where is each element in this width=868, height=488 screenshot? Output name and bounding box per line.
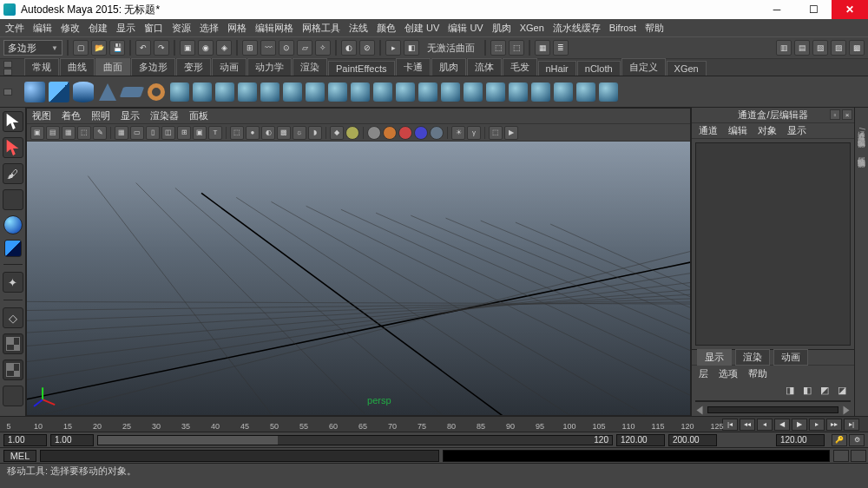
toggle-d-icon[interactable]: ▨: [831, 40, 846, 56]
single-pane-layout[interactable]: ◇: [3, 307, 23, 328]
shelf-tool-12-icon[interactable]: [418, 82, 437, 102]
menu-选择[interactable]: 选择: [200, 22, 219, 35]
slider-next-icon[interactable]: [844, 406, 850, 414]
menu-流水线缓存[interactable]: 流水线缓存: [553, 22, 601, 35]
panel-menu-渲染器[interactable]: 渲染器: [150, 109, 179, 122]
shelf-tool-17-icon[interactable]: [531, 82, 550, 102]
autokey-icon[interactable]: 🔑: [832, 434, 847, 446]
slider-prev-icon[interactable]: [697, 406, 703, 414]
menu-法线[interactable]: 法线: [349, 22, 368, 35]
pv-image-plane-icon[interactable]: ▦: [62, 126, 76, 140]
pv-default-quality-icon[interactable]: [367, 126, 381, 140]
select-component-icon[interactable]: ◈: [216, 40, 232, 56]
script-editor-icon[interactable]: [833, 450, 849, 462]
layer-icon-3[interactable]: ◩: [818, 383, 832, 397]
undo-icon[interactable]: ↶: [135, 40, 151, 56]
pv-textured-icon[interactable]: ▩: [277, 126, 291, 140]
snap-curve-icon[interactable]: 〰: [260, 40, 276, 56]
render-icon[interactable]: ▸: [385, 40, 401, 56]
shelf-tab-动画[interactable]: 动画: [212, 58, 247, 76]
pv-field-chart-icon[interactable]: ⊞: [177, 126, 191, 140]
step-fwd-icon[interactable]: ▸▸: [826, 419, 842, 431]
panel-menu-显示[interactable]: 显示: [121, 109, 140, 122]
toggle-e-icon[interactable]: ▩: [849, 40, 865, 56]
cmd-btn-2-icon[interactable]: [851, 450, 866, 462]
playback-start-field[interactable]: 1.00: [50, 434, 94, 446]
layer-icon-1[interactable]: ◨: [783, 383, 797, 397]
shelf-tool-14-icon[interactable]: [464, 82, 483, 102]
shelf-tool-5-icon[interactable]: [260, 82, 279, 102]
snap-grid-icon[interactable]: ⊞: [242, 40, 258, 56]
pv-iso-select-icon[interactable]: ◆: [330, 126, 344, 140]
go-start-icon[interactable]: |◂: [722, 419, 738, 431]
pv-render-icon[interactable]: ⬚: [489, 126, 503, 140]
menu-编辑[interactable]: 编辑: [33, 22, 52, 35]
shelf-edit-icon[interactable]: [3, 89, 12, 96]
shelf-tool-11-icon[interactable]: [396, 82, 415, 102]
shelf-tab-渲染[interactable]: 渲染: [293, 58, 327, 76]
pv-gate-mask-icon[interactable]: ◫: [161, 126, 175, 140]
menu-显示[interactable]: 显示: [116, 22, 135, 35]
shelf-tool-13-icon[interactable]: [441, 82, 460, 102]
shelf-tab-多边形[interactable]: 多边形: [131, 58, 175, 76]
select-hierarchy-icon[interactable]: ▣: [180, 40, 195, 56]
pv-wire-shaded-icon[interactable]: ◐: [261, 126, 275, 140]
panel-undock-icon[interactable]: ▫: [830, 109, 840, 120]
input-field-d-icon[interactable]: ≣: [553, 40, 569, 56]
pv-film-gate-icon[interactable]: ▭: [130, 126, 144, 140]
mode-selector[interactable]: 多边形▼: [3, 40, 62, 56]
pv-motion-blur-icon[interactable]: [430, 126, 444, 140]
next-key-icon[interactable]: ▸: [809, 419, 825, 431]
nurbs-cube-icon[interactable]: [49, 82, 69, 102]
range-track[interactable]: 120: [97, 435, 613, 445]
input-field-b-icon[interactable]: ⬚: [509, 40, 524, 56]
snap-live-icon[interactable]: ✧: [315, 40, 331, 56]
shelf-tab-自定义[interactable]: 自定义: [621, 58, 666, 76]
anim-start-field[interactable]: 1.00: [3, 434, 47, 446]
maximize-button[interactable]: ☐: [795, 0, 832, 19]
current-frame-field[interactable]: 120.00: [776, 434, 825, 446]
redo-icon[interactable]: ↷: [154, 40, 169, 56]
panel-menu-面板[interactable]: 面板: [189, 109, 208, 122]
shelf-tool-6-icon[interactable]: [283, 82, 302, 102]
shelf-tool-1-icon[interactable]: [170, 82, 189, 102]
prev-key-icon[interactable]: ◂: [757, 419, 773, 431]
pv-grid-icon[interactable]: ▦: [115, 126, 128, 140]
play-fwd-icon[interactable]: ▶: [792, 419, 807, 431]
sidebar-toggle-channelbox[interactable]: 通道盒/层编辑器: [856, 125, 867, 135]
shelf-tool-4-icon[interactable]: [238, 82, 257, 102]
shelf-tool-10-icon[interactable]: [373, 82, 392, 102]
layer-menu-选项[interactable]: 选项: [719, 367, 738, 380]
four-pane-layout[interactable]: [3, 333, 23, 354]
move-tool[interactable]: [3, 189, 23, 210]
pv-safe-title-icon[interactable]: T: [208, 126, 222, 140]
lasso-tool[interactable]: [3, 137, 23, 158]
menu-文件[interactable]: 文件: [5, 22, 24, 35]
go-end-icon[interactable]: ▸|: [844, 419, 859, 431]
shelf-tab-常规[interactable]: 常规: [24, 58, 59, 76]
nurbs-torus-icon[interactable]: [146, 82, 167, 102]
shelf-tab-卡通[interactable]: 卡通: [396, 58, 431, 76]
snap-point-icon[interactable]: ⊙: [279, 40, 294, 56]
pv-grease-icon[interactable]: ✎: [93, 126, 107, 140]
pv-xray-icon[interactable]: [345, 126, 359, 140]
menu-修改[interactable]: 修改: [61, 22, 80, 35]
shelf-tab-XGen[interactable]: XGen: [667, 61, 707, 76]
nurbs-cylinder-icon[interactable]: [73, 82, 94, 102]
shelf-tab-PaintEffects[interactable]: PaintEffects: [328, 61, 395, 76]
mel-label[interactable]: MEL: [3, 450, 36, 462]
sidebar-toggle-attributes[interactable]: 属性编辑器: [856, 150, 867, 155]
layer-icon-4[interactable]: ◪: [835, 383, 849, 397]
pv-safe-action-icon[interactable]: ▣: [193, 126, 207, 140]
shelf-tool-18-icon[interactable]: [554, 82, 573, 102]
shelf-tab-曲线[interactable]: 曲线: [60, 58, 95, 76]
shelf-tool-16-icon[interactable]: [509, 82, 528, 102]
shelf-tab-肌肉[interactable]: 肌肉: [431, 58, 466, 76]
panel-menu-照明[interactable]: 照明: [91, 109, 110, 122]
shelf-tool-8-icon[interactable]: [328, 82, 347, 102]
menu-窗口[interactable]: 窗口: [144, 22, 163, 35]
prefs-icon[interactable]: ⚙: [849, 434, 865, 446]
history-off-icon[interactable]: ⊘: [359, 40, 375, 56]
step-back-icon[interactable]: ◂◂: [740, 419, 755, 431]
channel-tab-编辑[interactable]: 编辑: [728, 124, 747, 137]
